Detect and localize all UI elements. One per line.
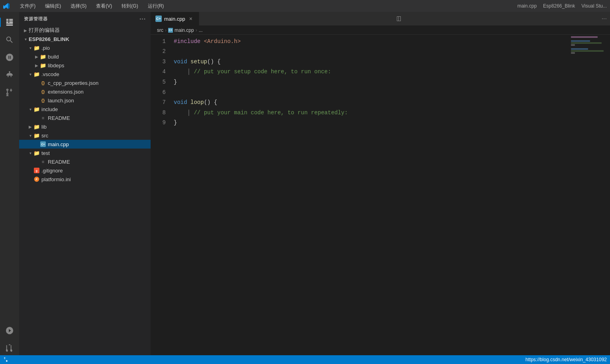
project-name: ESP8266_BLINK <box>29 36 147 42</box>
vscode-logo-icon <box>3 3 10 9</box>
line-num-7: 7 <box>151 98 166 108</box>
readme-icon: ≡ <box>40 159 46 165</box>
sidebar-item-pio[interactable]: ▾ 📁 .pio <box>19 43 151 52</box>
code-content[interactable]: #include <Arduino.h> void setup () { │ <box>171 35 570 355</box>
sidebar-item-c-cpp[interactable]: ▶ {} c_cpp_properties.json <box>19 78 151 87</box>
comment-setup: // put your setup code here, to run once… <box>194 67 331 76</box>
breadcrumb-file-icon: C+ <box>168 28 173 33</box>
maincpp-label: main.cpp <box>48 141 147 147</box>
activity-git-icon[interactable] <box>2 50 17 65</box>
breadcrumb: src › C+ main.cpp › ... <box>151 26 610 35</box>
status-url: https://blog.csdn.net/weixin_43031092 <box>526 357 607 362</box>
comment-loop: // put your main code here, to run repea… <box>194 108 347 117</box>
libdeps-arrow: ▶ <box>33 62 40 68</box>
sidebar-item-readme1[interactable]: ▶ ≡ README <box>19 114 151 122</box>
project-arrow: ▾ <box>22 36 29 42</box>
gitignore-label: .gitignore <box>41 168 147 174</box>
vscode-arrow: ▾ <box>27 71 33 77</box>
sidebar-item-maincpp[interactable]: ▶ C+ main.cpp <box>19 140 151 149</box>
breadcrumb-sep1: › <box>165 27 167 33</box>
minimap-line-7 <box>571 48 588 50</box>
activity-run-debug-icon[interactable] <box>2 323 17 338</box>
titlebar-file: main.cpp <box>517 3 537 9</box>
code-line-7: void loop () { <box>171 98 570 108</box>
folder-icon: 📁 <box>33 71 40 77</box>
folder-icon: 📁 <box>33 123 40 130</box>
folder-icon: 📁 <box>33 132 40 139</box>
sidebar-item-readme2[interactable]: ▶ ≡ README <box>19 157 151 166</box>
folder-icon: 📁 <box>40 62 46 68</box>
sidebar-item-platformio[interactable]: ▶ P platformio.ini <box>19 175 151 184</box>
menu-edit[interactable]: 编辑(E) <box>43 2 63 10</box>
build-arrow: ▶ <box>33 53 40 60</box>
code-line-2 <box>171 47 570 57</box>
sidebar-title: 资源管理器 <box>24 16 47 22</box>
status-right: https://blog.csdn.net/weixin_43031092 <box>526 357 607 362</box>
line-num-1: 1 <box>151 36 166 47</box>
platformio-icon: P <box>33 176 40 182</box>
code-line-8: │ // put your main code here, to run rep… <box>171 108 570 118</box>
sidebar-item-build[interactable]: ▶ 📁 build <box>19 52 151 61</box>
line-numbers: 1 2 3 4 5 6 7 8 9 <box>151 35 171 355</box>
sidebar-item-test[interactable]: ▾ 📁 test <box>19 149 151 157</box>
open-editors-label: 打开的编辑器 <box>29 27 147 34</box>
sidebar-item-extensions[interactable]: ▶ {} extensions.json <box>19 87 151 96</box>
line-num-2: 2 <box>151 47 166 57</box>
activity-search-icon[interactable] <box>2 33 17 47</box>
status-bar: https://blog.csdn.net/weixin_43031092 <box>0 355 610 364</box>
activity-source-control-icon[interactable] <box>2 85 17 100</box>
sidebar-item-libdeps[interactable]: ▶ 📁 libdeps <box>19 61 151 70</box>
build-label: build <box>48 54 147 60</box>
tab-bar: C+ main.cpp × ··· <box>151 12 610 26</box>
menu-file[interactable]: 文件(F) <box>18 2 38 10</box>
header-arduino: <Arduino.h> <box>204 37 241 46</box>
launch-label: launch.json <box>48 98 147 104</box>
activity-flask-icon[interactable] <box>2 341 17 355</box>
breadcrumb-file[interactable]: main.cpp <box>175 27 194 33</box>
activity-robot-icon[interactable] <box>2 68 17 82</box>
folder-icon: 📁 <box>33 106 40 112</box>
tab-label: main.cpp <box>164 16 185 22</box>
status-branch-icon <box>3 357 9 363</box>
open-editors-section[interactable]: ▶ 打开的编辑器 <box>19 26 151 35</box>
tab-maincpp[interactable]: C+ main.cpp × <box>151 12 199 25</box>
menu-run[interactable]: 运行(R) <box>145 2 167 10</box>
readme-icon: ≡ <box>40 115 46 121</box>
sidebar-item-include[interactable]: ▾ 📁 include <box>19 105 151 114</box>
minimap-line-5 <box>571 44 575 46</box>
menu-select[interactable]: 选择(S) <box>68 2 89 10</box>
sidebar-item-lib[interactable]: ▶ 📁 lib <box>19 122 151 131</box>
sidebar-item-gitignore[interactable]: ▶ g .gitignore <box>19 166 151 175</box>
tab-close-button[interactable]: × <box>188 16 194 22</box>
titlebar-right: main.cpp Esp8266_Blink Visual Stu... <box>517 3 607 9</box>
editor-area: C+ main.cpp × ··· src › C+ main.cpp › ..… <box>151 12 610 355</box>
c-cpp-label: c_cpp_properties.json <box>48 80 147 86</box>
test-arrow: ▾ <box>27 150 33 156</box>
menu-view[interactable]: 查看(V) <box>94 2 114 10</box>
line-num-3: 3 <box>151 57 166 67</box>
lib-arrow: ▶ <box>27 123 33 130</box>
fn-loop: loop <box>190 98 204 107</box>
pio-arrow: ▾ <box>27 45 33 51</box>
include-label: include <box>41 106 147 112</box>
fn-setup: setup <box>190 57 207 66</box>
line-num-9: 9 <box>151 118 166 128</box>
src-arrow: ▾ <box>27 132 33 139</box>
line-num-4: 4 <box>151 67 166 77</box>
breadcrumb-more[interactable]: ... <box>199 27 203 33</box>
menu-goto[interactable]: 转到(G) <box>119 2 140 10</box>
more-actions-icon[interactable]: ··· <box>598 12 610 25</box>
sidebar: 资源管理器 ··· ▶ 打开的编辑器 ▾ ESP8266_BLINK ▾ 📁 .… <box>19 12 151 355</box>
project-root[interactable]: ▾ ESP8266_BLINK <box>19 35 151 43</box>
sidebar-item-src[interactable]: ▾ 📁 src <box>19 131 151 140</box>
sidebar-item-launch[interactable]: ▶ {} launch.json <box>19 96 151 105</box>
split-editor-icon[interactable] <box>392 12 405 25</box>
sidebar-header: 资源管理器 ··· <box>19 12 151 26</box>
line-num-5: 5 <box>151 77 166 87</box>
sidebar-item-vscode[interactable]: ▾ 📁 .vscode <box>19 70 151 78</box>
cpp-file-icon: C+ <box>40 141 46 147</box>
sidebar-more-icon[interactable]: ··· <box>139 16 146 23</box>
activity-explorer-icon[interactable] <box>2 15 17 29</box>
breadcrumb-src[interactable]: src <box>157 27 163 33</box>
sidebar-header-icons: ··· <box>139 16 146 23</box>
